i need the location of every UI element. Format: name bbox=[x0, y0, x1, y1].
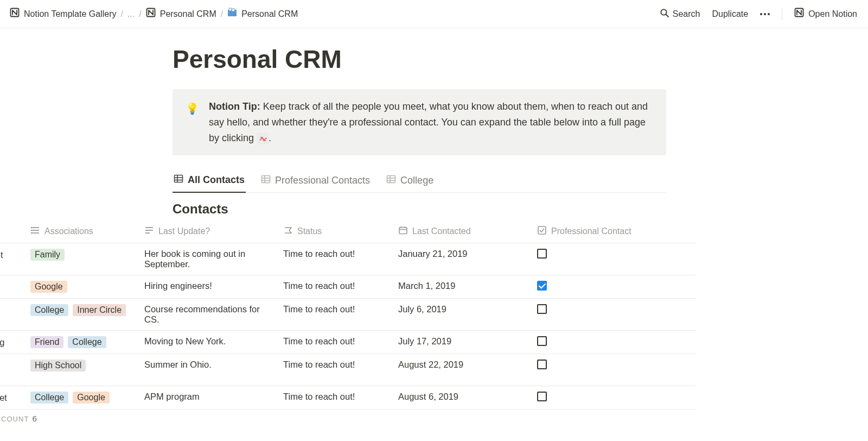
breadcrumb: Notion Template Gallery / ... / Personal… bbox=[10, 8, 298, 21]
view-tab[interactable]: College bbox=[385, 171, 435, 192]
col-header-name[interactable]: Name bbox=[0, 220, 23, 243]
breadcrumb-item-parent[interactable]: Personal CRM bbox=[146, 8, 216, 21]
status-cell: Time to reach out! bbox=[276, 299, 391, 331]
page-title: Personal CRM bbox=[173, 45, 666, 74]
breadcrumb-item-gallery[interactable]: Notion Template Gallery bbox=[10, 8, 116, 21]
table-header-row: Name Associations Last Update? Status La… bbox=[0, 220, 695, 243]
text-property-icon bbox=[144, 225, 154, 237]
last-contacted-cell: July 17, 2019 bbox=[391, 331, 529, 354]
tab-label: Professional Contacts bbox=[275, 175, 370, 186]
search-label: Search bbox=[673, 9, 700, 19]
last-contacted-cell: August 6, 2019 bbox=[391, 386, 529, 410]
col-header-status[interactable]: Status bbox=[276, 220, 391, 243]
last-update-cell: APM program bbox=[137, 386, 276, 410]
status-cell: Time to reach out! bbox=[276, 331, 391, 354]
contacts-table-wrap: Name Associations Last Update? Status La… bbox=[0, 220, 695, 423]
view-tab[interactable]: Professional Contacts bbox=[260, 171, 371, 192]
table-row[interactable]: Philip FalconbridgeHigh SchoolSummer in … bbox=[0, 354, 695, 386]
database-title: Contacts bbox=[173, 201, 666, 217]
more-button[interactable] bbox=[760, 13, 770, 15]
last-contacted-cell: August 22, 2019 bbox=[391, 354, 529, 386]
breadcrumb-separator: / bbox=[221, 9, 223, 19]
contacts-table: Name Associations Last Update? Status La… bbox=[0, 220, 695, 410]
tab-label: College bbox=[400, 175, 433, 186]
view-tab[interactable]: All Contacts bbox=[173, 171, 246, 193]
tag: Google bbox=[30, 281, 67, 293]
divider bbox=[782, 8, 782, 20]
professional-checkbox[interactable] bbox=[537, 336, 547, 346]
tag: Family bbox=[30, 249, 65, 261]
tab-label: All Contacts bbox=[188, 174, 245, 186]
breadcrumb-separator: / bbox=[139, 9, 141, 19]
table-row[interactable]: Marcus BrutusGoogleHiring engineers!Time… bbox=[0, 275, 695, 299]
callout-suffix: . bbox=[269, 133, 271, 143]
page: Personal CRM 💡 Notion Tip: Keep track of… bbox=[0, 28, 868, 423]
tag: Inner Circle bbox=[73, 304, 126, 316]
tip-callout: 💡 Notion Tip: Keep track of all the peop… bbox=[173, 89, 666, 155]
card-box-icon bbox=[227, 8, 238, 21]
table-icon bbox=[174, 174, 183, 186]
count-value: 6 bbox=[32, 414, 37, 423]
contact-name: Ophelia Winslet bbox=[0, 250, 3, 260]
table-row[interactable]: Anne BullenCollegeInner CircleCourse rec… bbox=[0, 299, 695, 331]
breadcrumb-label: ... bbox=[127, 9, 135, 19]
expand-icon[interactable] bbox=[257, 133, 269, 144]
open-notion-button[interactable]: Open Notion bbox=[794, 8, 857, 21]
last-update-cell: Moving to New York. bbox=[137, 331, 276, 354]
checkbox-property-icon bbox=[537, 225, 547, 237]
tag: College bbox=[68, 336, 106, 348]
last-update-cell: Summer in Ohio. bbox=[137, 354, 276, 386]
table-footer: Count6 bbox=[0, 410, 695, 423]
notion-logo-icon bbox=[10, 8, 21, 21]
open-notion-label: Open Notion bbox=[808, 9, 857, 19]
date-property-icon bbox=[398, 225, 408, 237]
professional-checkbox[interactable] bbox=[537, 281, 547, 291]
professional-checkbox[interactable] bbox=[537, 392, 547, 401]
callout-body: Keep track of all the people you meet, w… bbox=[209, 101, 648, 143]
search-button[interactable]: Search bbox=[660, 8, 700, 20]
multiselect-property-icon bbox=[30, 225, 40, 237]
callout-prefix: Notion Tip: bbox=[209, 101, 260, 112]
last-contacted-cell: March 1, 2019 bbox=[391, 275, 529, 299]
breadcrumb-separator: / bbox=[120, 9, 123, 19]
table-icon bbox=[386, 174, 396, 187]
table-row[interactable]: Julianne CapuletCollegeGoogleAPM program… bbox=[0, 386, 695, 410]
breadcrumb-label: Personal CRM bbox=[241, 9, 298, 19]
status-cell: Time to reach out! bbox=[276, 243, 391, 275]
contact-name: Philip Falconbridge bbox=[0, 360, 15, 380]
status-cell: Time to reach out! bbox=[276, 386, 391, 410]
tag: Friend bbox=[30, 336, 63, 348]
professional-checkbox[interactable] bbox=[537, 249, 547, 259]
duplicate-label: Duplicate bbox=[712, 9, 748, 19]
tag: College bbox=[30, 392, 68, 404]
col-header-associations[interactable]: Associations bbox=[23, 220, 137, 243]
breadcrumb-item-current[interactable]: Personal CRM bbox=[227, 8, 298, 21]
col-header-last-update[interactable]: Last Update? bbox=[137, 220, 276, 243]
status-cell: Time to reach out! bbox=[276, 275, 391, 299]
breadcrumb-item-ellipsis[interactable]: ... bbox=[127, 9, 135, 19]
more-icon bbox=[760, 13, 770, 15]
table-row[interactable]: Elizabeth YoungFriendCollegeMoving to Ne… bbox=[0, 331, 695, 354]
col-header-professional[interactable]: Professional Contact bbox=[529, 220, 695, 243]
breadcrumb-label: Notion Template Gallery bbox=[24, 9, 116, 19]
professional-checkbox[interactable] bbox=[537, 304, 547, 314]
search-icon bbox=[660, 8, 669, 20]
notion-logo-icon bbox=[146, 8, 157, 21]
last-update-cell: Her book is coming out in September. bbox=[137, 243, 276, 275]
formula-property-icon bbox=[283, 225, 293, 237]
breadcrumb-label: Personal CRM bbox=[160, 9, 216, 19]
tag: Google bbox=[73, 392, 110, 404]
tag: High School bbox=[30, 360, 86, 371]
tag: College bbox=[30, 304, 68, 316]
professional-checkbox[interactable] bbox=[537, 360, 547, 369]
lightbulb-icon: 💡 bbox=[186, 100, 199, 146]
col-header-last-contacted[interactable]: Last Contacted bbox=[391, 220, 529, 243]
topbar-actions: Search Duplicate Open Notion bbox=[660, 8, 857, 21]
table-row[interactable]: Ophelia WinsletFamilyHer book is coming … bbox=[0, 243, 695, 275]
status-cell: Time to reach out! bbox=[276, 354, 391, 386]
last-update-cell: Course recommendations for CS. bbox=[137, 299, 276, 331]
duplicate-button[interactable]: Duplicate bbox=[712, 9, 748, 19]
last-contacted-cell: January 21, 2019 bbox=[391, 243, 529, 275]
contact-name: Elizabeth Young bbox=[0, 337, 4, 348]
callout-text: Notion Tip: Keep track of all the people… bbox=[209, 99, 653, 146]
